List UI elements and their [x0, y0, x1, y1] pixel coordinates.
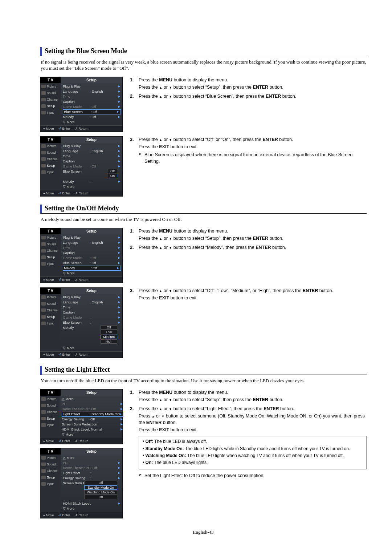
- note: Blue Screen is displayed when there is n…: [139, 152, 367, 165]
- osd-screenshot: T VSetupPictureSoundChannelSetupInput△ M…: [40, 389, 123, 444]
- step-item: 2. Press the or button to select “Blue S…: [130, 93, 367, 100]
- step-item: 1. Press the MENU button to display the …: [130, 389, 367, 404]
- page-number: English-43: [40, 529, 367, 535]
- osd-screenshot: T VSetupPictureSoundChannelSetupInputPlu…: [40, 287, 123, 358]
- section-title-light-effect: Setting the Light Effect: [40, 366, 367, 375]
- step-item: 3. Press the or button to select “Off” o…: [130, 136, 367, 166]
- section-title-melody: Setting the On/Off Melody: [40, 205, 367, 214]
- step-item: 2. Press the or button to select “Light …: [130, 405, 367, 434]
- step-item: 3. Press the or button to select “Off”, …: [130, 287, 367, 302]
- step-item: 1. Press the MENU button to display the …: [130, 228, 367, 242]
- osd-screenshot: T VSetupPictureSoundChannelSetupInputPlu…: [40, 136, 123, 197]
- osd-screenshot: T VSetupPictureSoundChannelSetupInputPlu…: [40, 77, 123, 132]
- light-effect-info-box: • Off: The blue LED is always off. • Sta…: [139, 436, 367, 469]
- section-title-blue-screen: Setting the Blue Screen Mode: [40, 47, 367, 56]
- osd-screenshot: T VSetupPictureSoundChannelSetupInput△ M…: [40, 448, 123, 518]
- intro-light-effect: You can turn on/off the blue LED on the …: [41, 378, 367, 384]
- step-item: 1. Press the MENU button to display the …: [130, 77, 367, 91]
- intro-melody: A melody sound can be set to come on whe…: [41, 217, 367, 223]
- osd-screenshot: T VSetupPictureSoundChannelSetupInputPlu…: [40, 228, 123, 283]
- note: Set the Light Effect to Off to reduce th…: [139, 472, 367, 479]
- step-item: 2. Press the or button to select “Melody…: [130, 244, 367, 251]
- intro-blue-screen: If no signal is being received or the si…: [41, 59, 367, 72]
